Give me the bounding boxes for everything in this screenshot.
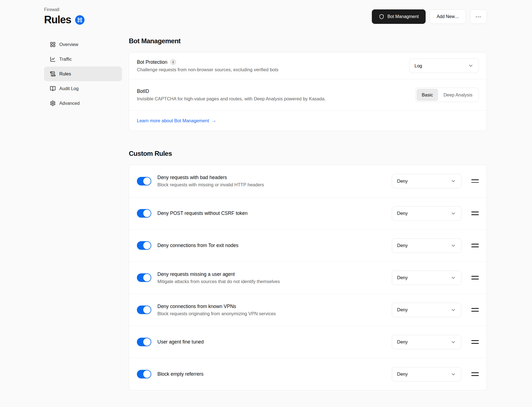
breadcrumb: Firewall bbox=[44, 7, 85, 12]
custom-rule-row: Deny connections from known VPNs Block r… bbox=[129, 294, 487, 326]
sidebar-item-label: Overview bbox=[59, 42, 78, 47]
drag-handle[interactable] bbox=[471, 178, 479, 184]
sidebar-item-overview[interactable]: Overview bbox=[44, 37, 122, 52]
arrow-right-icon: → bbox=[212, 118, 216, 123]
drag-handle[interactable] bbox=[471, 210, 479, 216]
rule-title: Deny connections from known VPNs bbox=[157, 304, 385, 309]
learn-more-link[interactable]: Learn more about Bot Management → bbox=[137, 118, 216, 123]
sidebar-item-label: Audit Log bbox=[59, 86, 79, 91]
botid-title: BotID bbox=[137, 88, 149, 94]
drag-handle[interactable] bbox=[471, 371, 479, 377]
add-new-button-label: Add New… bbox=[437, 14, 459, 19]
bot-management-button[interactable]: Bot Managment bbox=[372, 9, 426, 24]
select-value: Deny bbox=[397, 307, 408, 312]
rule-description: Block requests originating from anonymiz… bbox=[157, 311, 385, 316]
line-chart-icon bbox=[50, 56, 56, 62]
rule-enabled-toggle[interactable] bbox=[137, 241, 151, 250]
custom-rules-card: Deny requests with bad headers Block req… bbox=[129, 165, 487, 390]
rule-title: User agent fine tuned bbox=[157, 339, 385, 345]
rule-description: Mitigate attacks from sources that do no… bbox=[157, 279, 385, 284]
open-book-icon bbox=[50, 86, 56, 91]
select-value: Deny bbox=[397, 179, 408, 184]
rule-enabled-toggle[interactable] bbox=[137, 306, 151, 314]
bot-management-heading: Bot Management bbox=[129, 37, 487, 45]
custom-rule-row: Deny POST requests without CSRF token De… bbox=[129, 197, 487, 229]
bot-management-card: Bot Protection i Challenge requests from… bbox=[129, 52, 487, 131]
sidebar-item-audit-log[interactable]: Audit Log bbox=[44, 81, 122, 96]
rule-action-select[interactable]: Deny bbox=[392, 238, 461, 253]
rule-enabled-toggle[interactable] bbox=[137, 338, 151, 346]
sidebar-item-rules[interactable]: Rules bbox=[44, 67, 122, 81]
segment-basic[interactable]: Basic bbox=[416, 89, 438, 101]
chevron-down-icon bbox=[468, 63, 474, 68]
shield-icon bbox=[379, 14, 384, 19]
segment-label: Deep Analysis bbox=[443, 92, 472, 98]
sidebar-item-label: Rules bbox=[59, 71, 71, 77]
custom-rule-row: Deny requests missing a user agent Mitig… bbox=[129, 261, 487, 294]
custom-rule-row: Deny connections from Tor exit nodes Den… bbox=[129, 229, 487, 261]
rules-branch-icon bbox=[75, 15, 85, 25]
select-value: Deny bbox=[397, 372, 408, 377]
gear-icon bbox=[50, 100, 56, 106]
bot-protection-description: Challenge requests from non-browser sour… bbox=[137, 67, 278, 72]
bot-protection-mode-select[interactable]: Log bbox=[409, 58, 479, 73]
chevron-down-icon bbox=[451, 275, 456, 281]
toggle-knob bbox=[143, 274, 151, 281]
toggle-knob bbox=[143, 306, 151, 314]
add-new-button[interactable]: Add New… bbox=[430, 9, 466, 24]
rule-action-select[interactable]: Deny bbox=[392, 174, 461, 188]
drag-handle[interactable] bbox=[471, 275, 479, 280]
chevron-down-icon bbox=[451, 339, 456, 345]
learn-more-row: Learn more about Bot Management → bbox=[129, 110, 487, 131]
sidebar-item-label: Advanced bbox=[59, 101, 80, 106]
rule-action-select[interactable]: Deny bbox=[392, 206, 461, 221]
rule-action-select[interactable]: Deny bbox=[392, 303, 461, 317]
drag-handle[interactable] bbox=[471, 339, 479, 345]
segment-deep-analysis[interactable]: Deep Analysis bbox=[438, 89, 478, 101]
sidebar: Overview Traffic Rules bbox=[44, 37, 122, 390]
select-value: Deny bbox=[397, 243, 408, 248]
rule-description: Block requests with missing or invalid H… bbox=[157, 182, 385, 187]
chevron-down-icon bbox=[451, 243, 456, 248]
chevron-down-icon bbox=[451, 307, 456, 313]
firewall-rules-page: Firewall Rules bbox=[0, 0, 532, 407]
botid-mode-segmented-control: Basic Deep Analysis bbox=[415, 88, 479, 102]
bot-protection-title: Bot Protection bbox=[137, 59, 167, 65]
toggle-knob bbox=[143, 370, 151, 378]
bot-protection-row: Bot Protection i Challenge requests from… bbox=[129, 52, 487, 79]
drag-handle[interactable] bbox=[471, 307, 479, 312]
botid-description: Invisible CAPTCHA for high-value pages a… bbox=[137, 96, 326, 101]
segment-label: Basic bbox=[422, 92, 433, 98]
grid-icon bbox=[50, 42, 56, 47]
rule-title: Deny requests with bad headers bbox=[157, 175, 385, 180]
rule-enabled-toggle[interactable] bbox=[137, 273, 151, 282]
scroll-icon bbox=[50, 71, 56, 77]
ellipsis-icon: ⋯ bbox=[475, 13, 482, 20]
main-content: Bot Management Bot Protection i Challeng… bbox=[129, 37, 487, 390]
chevron-down-icon bbox=[451, 372, 456, 377]
chevron-down-icon bbox=[451, 178, 456, 184]
rule-action-select[interactable]: Deny bbox=[392, 271, 461, 285]
select-value: Log bbox=[415, 63, 422, 68]
rule-action-select[interactable]: Deny bbox=[392, 335, 461, 349]
rule-enabled-toggle[interactable] bbox=[137, 209, 151, 218]
rule-action-select[interactable]: Deny bbox=[392, 367, 461, 381]
info-icon[interactable]: i bbox=[170, 59, 176, 65]
sidebar-item-traffic[interactable]: Traffic bbox=[44, 52, 122, 67]
custom-rule-row: User agent fine tuned Deny bbox=[129, 326, 487, 358]
select-value: Deny bbox=[397, 275, 408, 280]
select-value: Deny bbox=[397, 339, 408, 345]
title-block: Firewall Rules bbox=[44, 7, 85, 26]
rule-title: Deny POST requests without CSRF token bbox=[157, 210, 385, 216]
rule-enabled-toggle[interactable] bbox=[137, 370, 151, 378]
custom-rule-row: Deny requests with bad headers Block req… bbox=[129, 165, 487, 197]
toggle-knob bbox=[143, 242, 151, 249]
more-options-button[interactable]: ⋯ bbox=[470, 9, 487, 24]
custom-rule-row: Block empty referrers Deny bbox=[129, 358, 487, 390]
sidebar-item-label: Traffic bbox=[59, 57, 72, 62]
rule-enabled-toggle[interactable] bbox=[137, 177, 151, 185]
toggle-knob bbox=[143, 210, 151, 217]
drag-handle[interactable] bbox=[471, 243, 479, 248]
rule-title: Deny connections from Tor exit nodes bbox=[157, 243, 385, 248]
sidebar-item-advanced[interactable]: Advanced bbox=[44, 96, 122, 111]
